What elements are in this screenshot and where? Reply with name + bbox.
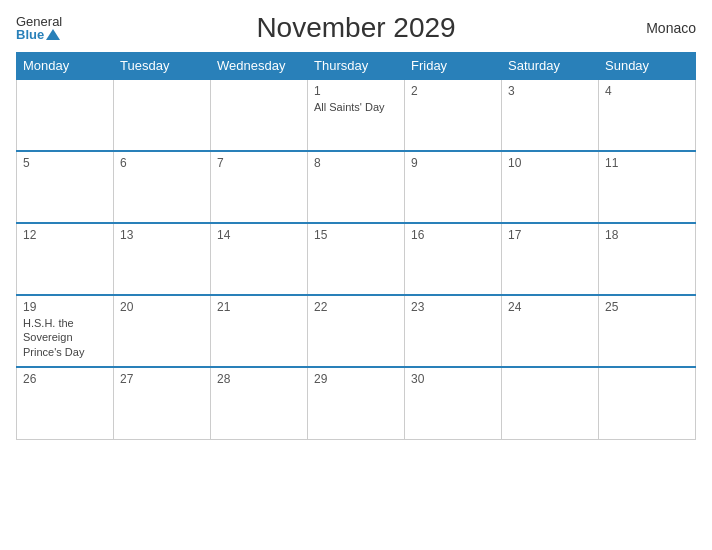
calendar-cell: 21 (211, 295, 308, 367)
day-number: 23 (411, 300, 495, 314)
day-number: 4 (605, 84, 689, 98)
day-number: 27 (120, 372, 204, 386)
holiday-label: H.S.H. the Sovereign Prince's Day (23, 317, 84, 358)
day-number: 19 (23, 300, 107, 314)
calendar-header-row: Monday Tuesday Wednesday Thursday Friday… (17, 53, 696, 80)
calendar-cell: 9 (405, 151, 502, 223)
day-number: 11 (605, 156, 689, 170)
day-number: 21 (217, 300, 301, 314)
calendar-cell: 4 (599, 79, 696, 151)
calendar-cell: 20 (114, 295, 211, 367)
day-number: 8 (314, 156, 398, 170)
calendar-cell: 15 (308, 223, 405, 295)
day-number: 26 (23, 372, 107, 386)
col-wednesday: Wednesday (211, 53, 308, 80)
calendar-week-row: 19H.S.H. the Sovereign Prince's Day20212… (17, 295, 696, 367)
calendar-cell: 11 (599, 151, 696, 223)
calendar-cell: 8 (308, 151, 405, 223)
day-number: 24 (508, 300, 592, 314)
calendar-cell: 14 (211, 223, 308, 295)
calendar-cell: 18 (599, 223, 696, 295)
calendar-week-row: 12131415161718 (17, 223, 696, 295)
day-number: 18 (605, 228, 689, 242)
calendar-cell: 29 (308, 367, 405, 439)
calendar-cell: 10 (502, 151, 599, 223)
day-number: 7 (217, 156, 301, 170)
calendar-cell: 16 (405, 223, 502, 295)
country-label: Monaco (646, 20, 696, 36)
day-number: 16 (411, 228, 495, 242)
calendar-week-row: 2627282930 (17, 367, 696, 439)
day-number: 1 (314, 84, 398, 98)
calendar-cell: 24 (502, 295, 599, 367)
calendar-cell: 30 (405, 367, 502, 439)
col-tuesday: Tuesday (114, 53, 211, 80)
calendar-week-row: 567891011 (17, 151, 696, 223)
calendar-cell (114, 79, 211, 151)
day-number: 5 (23, 156, 107, 170)
calendar-cell (17, 79, 114, 151)
logo: General Blue (16, 15, 62, 41)
day-number: 13 (120, 228, 204, 242)
day-number: 20 (120, 300, 204, 314)
calendar-cell: 1All Saints' Day (308, 79, 405, 151)
calendar-cell: 7 (211, 151, 308, 223)
calendar-cell: 17 (502, 223, 599, 295)
calendar-cell: 25 (599, 295, 696, 367)
day-number: 29 (314, 372, 398, 386)
calendar-page: General Blue November 2029 Monaco Monday… (0, 0, 712, 550)
calendar-cell: 2 (405, 79, 502, 151)
calendar-cell: 27 (114, 367, 211, 439)
calendar-cell: 5 (17, 151, 114, 223)
calendar-cell: 19H.S.H. the Sovereign Prince's Day (17, 295, 114, 367)
day-number: 10 (508, 156, 592, 170)
day-number: 3 (508, 84, 592, 98)
col-saturday: Saturday (502, 53, 599, 80)
logo-triangle-icon (46, 29, 60, 40)
calendar-header: General Blue November 2029 Monaco (16, 12, 696, 44)
col-sunday: Sunday (599, 53, 696, 80)
day-number: 12 (23, 228, 107, 242)
calendar-cell: 3 (502, 79, 599, 151)
day-number: 30 (411, 372, 495, 386)
day-number: 6 (120, 156, 204, 170)
calendar-cell: 23 (405, 295, 502, 367)
day-number: 9 (411, 156, 495, 170)
logo-blue-text: Blue (16, 28, 44, 41)
col-monday: Monday (17, 53, 114, 80)
calendar-week-row: 1All Saints' Day234 (17, 79, 696, 151)
day-number: 14 (217, 228, 301, 242)
day-number: 25 (605, 300, 689, 314)
day-number: 15 (314, 228, 398, 242)
calendar-cell: 12 (17, 223, 114, 295)
calendar-title: November 2029 (256, 12, 455, 44)
holiday-label: All Saints' Day (314, 101, 385, 113)
calendar-cell: 28 (211, 367, 308, 439)
calendar-cell (599, 367, 696, 439)
calendar-cell: 6 (114, 151, 211, 223)
day-number: 2 (411, 84, 495, 98)
col-thursday: Thursday (308, 53, 405, 80)
calendar-cell: 13 (114, 223, 211, 295)
calendar-cell: 22 (308, 295, 405, 367)
calendar-cell (502, 367, 599, 439)
day-number: 22 (314, 300, 398, 314)
calendar-cell: 26 (17, 367, 114, 439)
day-number: 28 (217, 372, 301, 386)
col-friday: Friday (405, 53, 502, 80)
calendar-table: Monday Tuesday Wednesday Thursday Friday… (16, 52, 696, 440)
calendar-cell (211, 79, 308, 151)
day-number: 17 (508, 228, 592, 242)
